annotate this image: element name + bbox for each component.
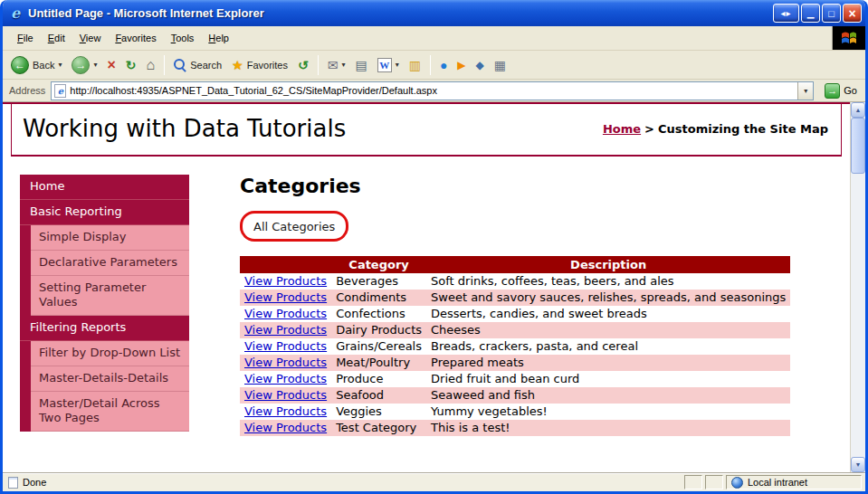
scrollbar-track[interactable]	[851, 118, 865, 457]
addon-arrow-icon: ▶	[457, 60, 465, 71]
sidebar-item-home[interactable]: Home	[20, 175, 189, 200]
grid-addon-button[interactable]: ▦	[490, 57, 510, 73]
window-arrows-button[interactable]: ◂▸	[773, 4, 799, 23]
view-products-link[interactable]: View Products	[244, 356, 327, 369]
category-cell: Condiments	[331, 290, 426, 306]
mail-button[interactable]: ✉ ▾	[323, 57, 350, 73]
toolbar: ← Back ▾ → ▾ × ↻ ⌂ Search ★ Favorites ↺	[3, 51, 865, 80]
view-products-link[interactable]: View Products	[244, 404, 327, 418]
address-url[interactable]: http://localhost:4935/ASPNET_Data_Tutori…	[70, 85, 794, 96]
view-products-link[interactable]: View Products	[244, 290, 327, 304]
refresh-button[interactable]: ↻	[121, 57, 141, 73]
sidebar-item-filtering-reports[interactable]: Filtering Reports	[20, 316, 189, 341]
sidebar-item-filter-by-drop-down-list[interactable]: Filter by Drop-Down List	[31, 341, 189, 366]
status-spacer-pane	[705, 475, 723, 489]
view-products-cell: View Products	[240, 404, 331, 420]
discuss-button[interactable]: ▥	[405, 57, 425, 73]
vertical-scrollbar[interactable]: ▲ ▼	[850, 102, 865, 472]
table-header-row: Category Description	[240, 256, 790, 273]
addon-arrow-button[interactable]: ▶	[453, 58, 470, 72]
toolbar-separator	[318, 55, 319, 75]
description-cell: Dried fruit and bean curd	[426, 371, 790, 387]
all-categories-link[interactable]: All Categories	[253, 220, 335, 233]
view-products-link[interactable]: View Products	[244, 372, 327, 385]
ie-logo-icon: e	[7, 5, 24, 22]
maximize-button[interactable]: □	[822, 4, 841, 23]
table-row: View ProductsTest CategoryThis is a test…	[240, 420, 790, 436]
site-title: Working with Data Tutorials	[23, 115, 346, 142]
page-header: Working with Data Tutorials Home>Customi…	[11, 104, 842, 157]
view-products-cell: View Products	[240, 355, 331, 371]
categories-table-body: View ProductsBeveragesSoft drinks, coffe…	[240, 273, 790, 436]
view-products-link[interactable]: View Products	[244, 388, 327, 402]
view-products-cell: View Products	[240, 273, 331, 290]
forward-button[interactable]: → ▾	[67, 54, 101, 76]
menu-item-favorites[interactable]: Favorites	[108, 29, 163, 47]
address-input[interactable]: e http://localhost:4935/ASPNET_Data_Tuto…	[51, 81, 814, 100]
print-button[interactable]: ▤	[350, 57, 371, 73]
stop-button[interactable]: ×	[103, 56, 120, 74]
refresh-icon: ↻	[126, 59, 137, 71]
main-content: Categories All Categories Category Descr…	[189, 175, 850, 436]
close-button[interactable]: ×	[843, 4, 862, 23]
view-products-link[interactable]: View Products	[244, 274, 327, 288]
column-header-description: Description	[426, 256, 790, 273]
menu-item-tools[interactable]: Tools	[164, 29, 202, 47]
breadcrumb-home-link[interactable]: Home	[603, 122, 641, 136]
sidebar-item-simple-display[interactable]: Simple Display	[31, 225, 189, 251]
menu-item-file[interactable]: File	[10, 29, 41, 47]
sidebar-item-declarative-parameters[interactable]: Declarative Parameters	[31, 251, 189, 276]
intranet-globe-icon	[731, 477, 743, 489]
title-bar[interactable]: e Untitled Page - Microsoft Internet Exp…	[3, 0, 865, 26]
go-label: Go	[844, 85, 857, 96]
status-text: Done	[23, 477, 46, 488]
search-button[interactable]: Search	[169, 57, 226, 73]
table-row: View ProductsProduceDried fruit and bean…	[240, 371, 790, 387]
category-cell: Beverages	[331, 273, 426, 290]
sidebar-item-setting-parameter-values[interactable]: Setting Parameter Values	[31, 276, 189, 316]
go-button[interactable]: → Go	[819, 82, 863, 100]
scroll-up-button[interactable]: ▲	[851, 102, 865, 118]
sidebar-item-master-details-details[interactable]: Master-Details-Details	[31, 366, 189, 392]
windows-logo	[832, 26, 865, 50]
address-dropdown-button[interactable]: ▾	[797, 82, 813, 100]
menu-item-edit[interactable]: Edit	[41, 29, 72, 47]
view-products-link[interactable]: View Products	[244, 323, 327, 337]
mail-dropdown-icon[interactable]: ▾	[341, 61, 345, 69]
edit-button[interactable]: W ▾	[373, 56, 404, 74]
view-products-cell: View Products	[240, 322, 331, 338]
menu-item-view[interactable]: View	[72, 29, 109, 47]
table-row: View ProductsConfectionsDesserts, candie…	[240, 306, 790, 322]
minimize-button[interactable]: ▁	[801, 4, 820, 23]
view-products-link[interactable]: View Products	[244, 421, 327, 434]
table-row: View ProductsGrains/CerealsBreads, crack…	[240, 338, 790, 355]
sidebar-item-master-detail-across-two-pages[interactable]: Master/Detail Across Two Pages	[31, 392, 189, 432]
menu-item-help[interactable]: Help	[201, 29, 236, 47]
scrollbar-thumb[interactable]	[851, 118, 865, 174]
page-title: Categories	[240, 175, 832, 197]
sidebar-item-basic-reporting[interactable]: Basic Reporting	[20, 200, 189, 225]
edit-dropdown-icon[interactable]: ▾	[396, 61, 399, 69]
forward-dropdown-icon[interactable]: ▾	[93, 61, 97, 69]
table-row: View ProductsSeafoodSeaweed and fish	[240, 387, 790, 404]
messenger-icon: ●	[440, 59, 447, 71]
category-cell: Produce	[331, 371, 426, 387]
category-cell: Grains/Cereals	[331, 338, 426, 355]
view-products-link[interactable]: View Products	[244, 339, 327, 353]
status-pane: Done	[6, 475, 682, 489]
back-button[interactable]: ← Back ▾	[6, 54, 66, 76]
back-dropdown-icon[interactable]: ▾	[58, 61, 62, 69]
home-button[interactable]: ⌂	[142, 56, 160, 74]
categories-table: Category Description View ProductsBevera…	[240, 256, 790, 436]
description-cell: Desserts, candies, and sweet breads	[426, 306, 790, 322]
history-button[interactable]: ↺	[293, 57, 313, 73]
category-cell: Dairy Products	[331, 322, 426, 338]
category-cell: Meat/Poultry	[331, 355, 426, 371]
favorites-button[interactable]: ★ Favorites	[227, 57, 292, 73]
scroll-down-button[interactable]: ▼	[851, 457, 865, 472]
research-button[interactable]: ◆	[472, 58, 489, 72]
back-icon: ←	[11, 56, 29, 74]
table-row: View ProductsMeat/PoultryPrepared meats	[240, 355, 790, 371]
messenger-button[interactable]: ●	[435, 57, 452, 73]
view-products-link[interactable]: View Products	[244, 307, 327, 320]
